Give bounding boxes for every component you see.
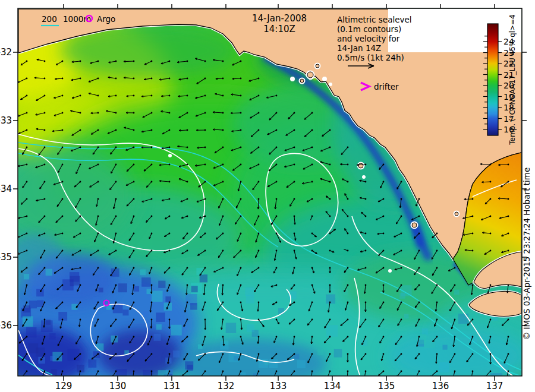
mottle-cell [158,281,165,288]
arrow-head [506,379,508,381]
arrow-head [364,379,366,381]
mottle-cell [404,314,409,319]
mottle-cell [96,343,104,351]
mottle-cell [118,283,127,292]
mottle-cell [226,323,236,333]
colorbar-gradient-bar[interactable] [487,24,498,135]
imos-sst-map-figure: 129130131132133134135136137 -32-33-34-35… [0,0,535,392]
mottle-cell [49,333,55,339]
mottle-cell [326,325,338,336]
mottle-cell [87,374,96,382]
mottle-cell [439,362,449,372]
colorbar-title: Temp. (°C) NOAA17_L3U 45% ql>=4 [508,14,517,146]
cloud-speck [290,77,295,81]
mottle-cell [24,274,29,279]
island [316,64,319,68]
mottle-cell [36,289,44,297]
mottle-cell [173,350,180,357]
mottle-cell [23,316,33,327]
mottle-cell [334,349,342,358]
cloud-speck [322,77,327,81]
island [300,79,304,83]
note-line-2: (0.1m contours) [337,24,401,34]
longitude-labels: 129130131132133134135136137 [55,381,503,391]
island [307,72,313,78]
arrow-head [310,380,312,381]
arrow-head [95,376,96,378]
latitude-labels: -32-33-34-35-36 [0,47,12,331]
mottle-cell [147,289,152,294]
lat-tick-label: -33 [0,115,12,126]
lon-tick-label: 130 [109,381,127,391]
mottle-cell [99,287,103,292]
sst-patch [386,327,529,386]
mottle-cell [143,311,149,317]
mottle-cell [93,297,101,305]
cloud-speck [329,83,332,86]
mottle-cell [336,312,342,318]
mottle-cell [28,343,38,353]
lon-tick-label: 136 [432,381,449,391]
mottle-cell [246,295,254,304]
drifter-label: drifter [374,82,399,91]
lon-tick-label: 137 [486,381,503,391]
mottle-cell [245,287,253,296]
sst-patch [6,233,65,290]
arrow-shaft [480,164,490,165]
mottle-cell [454,290,460,295]
argo-label: Argo [97,14,115,24]
mottle-cell [165,296,171,302]
mottle-cell [187,365,193,371]
mottle-cell [38,357,45,364]
mottle-cell [46,269,52,276]
bathy-200-label: 200 [42,14,57,24]
lon-tick-label: 129 [55,381,73,391]
mottle-cell [458,314,468,324]
mottle-cell [190,303,197,310]
lon-tick-label: 134 [324,381,341,391]
arrow-head [273,377,275,378]
mottle-cell [171,325,182,336]
mottle-cell [156,312,165,322]
mottle-cell [50,356,55,361]
island [358,163,363,168]
lon-tick-label: 135 [378,381,395,391]
arrow-head [78,376,80,378]
map-canvas: 129130131132133134135136137 -32-33-34-35… [0,0,535,392]
mottle-cell [140,270,146,276]
arrow-head [21,377,23,378]
mottle-cell [200,274,207,282]
lat-tick-label: -36 [0,320,12,331]
arrow-head [132,378,134,380]
cloud-speck [388,269,392,273]
mottle-cell [443,345,448,350]
arrow-head [347,376,348,378]
mottle-cell [122,309,128,315]
map-title-time: 14:10Z [263,24,295,34]
arrow-shaft [464,199,473,200]
mottle-cell [152,290,163,302]
island [455,212,458,216]
arrow-head [150,379,152,381]
arrow-head [288,377,289,379]
mottle-cell [278,308,284,314]
mottle-cell [269,359,278,368]
arrow-head [219,378,221,380]
lat-tick-label: -32 [0,47,12,58]
lat-tick-label: -34 [0,184,12,194]
mottle-cell [247,324,254,332]
mottle-cell [46,320,51,324]
map-title-date: 14-Jan-2008 [252,13,307,24]
island [412,223,417,227]
mottle-cell [198,344,203,349]
mottle-cell [111,336,118,343]
lat-tick-label: -35 [0,252,12,263]
arrow-head [471,377,473,379]
mottle-cell [416,334,426,344]
credit-text: © IMOS 03-Apr-2015 23:27:24 Hobart time [522,167,531,340]
note-line-5: 0.5m/s (1kt 24h) [337,53,404,62]
arrow-head [415,378,417,380]
lon-tick-label: 131 [163,381,181,391]
mottle-cell [68,349,80,361]
cloud-speck [168,154,172,157]
